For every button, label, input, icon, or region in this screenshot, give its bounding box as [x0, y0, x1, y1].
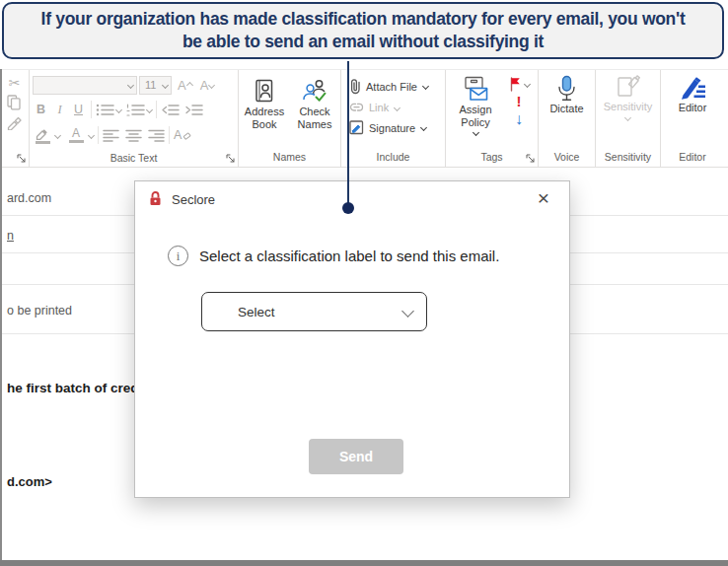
recipient-fragment: ard.com [7, 191, 51, 205]
format-painter-icon[interactable] [7, 115, 23, 130]
window-left-border [0, 69, 2, 566]
seclore-dialog: Seclore × i Select a classification labe… [134, 180, 570, 498]
italic-button[interactable]: I [51, 103, 68, 117]
tags-dialog-launcher-icon[interactable] [526, 154, 535, 163]
clear-formatting-button[interactable]: A [174, 128, 191, 142]
lock-icon [148, 190, 163, 207]
ribbon: ✂ [0, 69, 728, 168]
ribbon-group-editor: Editor Editor [661, 70, 724, 167]
copy-icon[interactable] [7, 95, 22, 110]
bold-button[interactable]: B [33, 103, 49, 116]
font-color-button[interactable]: A [66, 127, 94, 143]
font-size-combobox[interactable]: 11 [139, 76, 172, 95]
select-placeholder: Select [202, 305, 275, 319]
highlight-color-button[interactable] [33, 127, 60, 144]
tags-group-label: Tags [480, 151, 502, 163]
address-book-label: Address Book [241, 106, 289, 131]
assign-policy-button[interactable]: Assign Policy [446, 75, 505, 147]
subject-fragment: o be printed [7, 304, 72, 318]
editor-group-label: Editor [679, 151, 705, 163]
callout-connector-line [347, 61, 349, 205]
info-icon: i [168, 246, 188, 266]
link-icon [349, 102, 364, 113]
assign-policy-icon [461, 75, 490, 104]
paperclip-icon [349, 78, 361, 95]
attachment-link-fragment[interactable]: n [7, 229, 14, 243]
annotation-text: If your organization has made classifica… [37, 8, 689, 53]
sensitivity-button[interactable]: Sensitivity [596, 70, 660, 120]
dictate-button[interactable]: Dictate [539, 70, 595, 114]
callout-connector-dot [342, 202, 354, 214]
annotation-callout: If your organization has made classifica… [2, 2, 724, 59]
dialog-title: Seclore [172, 192, 215, 207]
link-button[interactable]: Link [349, 102, 445, 113]
decrease-indent-icon[interactable] [161, 104, 180, 116]
check-names-label: Check Names [291, 106, 339, 131]
shrink-font-button[interactable]: A [200, 78, 215, 93]
ribbon-group-clipboard: ✂ [0, 70, 30, 167]
microphone-icon [554, 75, 579, 103]
ribbon-group-tags: Assign Policy ! ↓ Tags [446, 70, 539, 167]
grow-font-button[interactable]: A [178, 78, 192, 93]
ribbon-group-basic-text: 11 A A B I U [30, 70, 239, 167]
classification-select-dropdown[interactable]: Select [201, 292, 427, 331]
check-names-icon [301, 76, 329, 106]
basic-text-dialog-launcher-icon[interactable] [226, 154, 235, 163]
ribbon-group-include: Attach File Link Signature Include [341, 70, 446, 167]
sensitivity-icon [615, 75, 641, 101]
signature-icon [349, 120, 364, 135]
numbering-button[interactable] [126, 104, 152, 116]
close-icon[interactable]: × [531, 185, 556, 211]
cut-icon[interactable]: ✂ [9, 76, 21, 90]
ribbon-group-names: Address Book Check Names Names [239, 70, 341, 167]
include-group-label: Include [377, 151, 410, 163]
dialog-message: Select a classification label to send th… [199, 248, 499, 264]
editor-button[interactable]: Editor [661, 70, 724, 113]
increase-indent-icon[interactable] [184, 104, 203, 116]
follow-up-flag-button[interactable] [509, 77, 530, 92]
low-importance-button[interactable]: ↓ [515, 111, 523, 127]
voice-group-label: Voice [554, 151, 580, 163]
chevron-down-icon [401, 305, 414, 318]
high-importance-button[interactable]: ! [517, 95, 522, 108]
sensitivity-group-label: Sensitivity [605, 151, 651, 163]
flag-icon [509, 77, 521, 92]
window-bottom-border [0, 560, 728, 566]
ribbon-group-sensitivity: Sensitivity Sensitivity [596, 70, 661, 167]
names-group-label: Names [273, 151, 306, 163]
check-names-button[interactable]: Check Names [291, 76, 339, 147]
clipboard-dialog-launcher-icon[interactable] [17, 154, 26, 163]
signature-button[interactable]: Signature [349, 120, 445, 135]
outlook-compose-screen: If your organization has made classifica… [0, 0, 728, 566]
align-left-icon[interactable] [103, 129, 119, 142]
body-text-fragment: he first batch of credit [7, 381, 147, 395]
ribbon-group-voice: Dictate Voice [539, 70, 596, 167]
send-button[interactable]: Send [309, 439, 403, 474]
attach-file-button[interactable]: Attach File [349, 78, 445, 95]
editor-pen-icon [678, 75, 707, 102]
bullets-button[interactable] [96, 104, 121, 116]
align-center-icon[interactable] [125, 129, 142, 142]
basic-text-group-label: Basic Text [110, 152, 158, 164]
align-right-icon[interactable] [148, 129, 165, 142]
underline-button[interactable]: U [70, 103, 87, 116]
font-name-combobox[interactable] [33, 76, 137, 95]
address-book-icon [252, 76, 277, 106]
address-book-button[interactable]: Address Book [241, 76, 289, 147]
quoted-address-fragment: d.com> [7, 474, 52, 489]
